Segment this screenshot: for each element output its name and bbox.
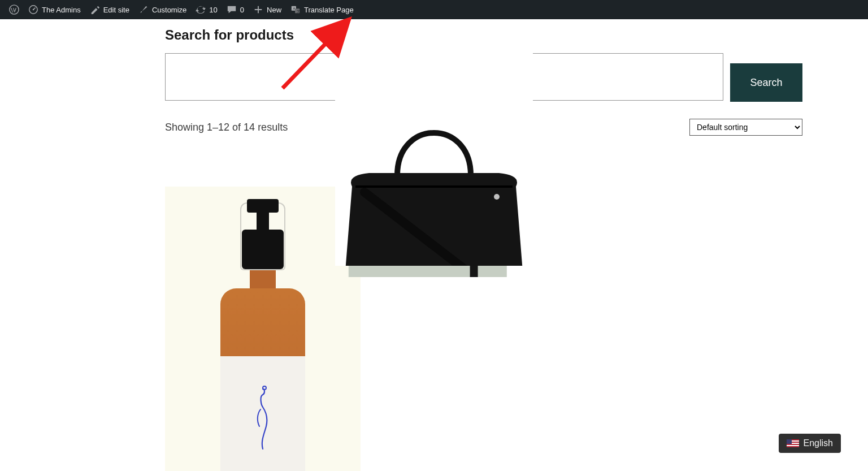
product-image <box>220 202 305 471</box>
search-button[interactable]: Search <box>730 63 802 102</box>
plus-icon <box>253 5 263 15</box>
customize-link[interactable]: Customize <box>134 0 191 19</box>
edit-site-link[interactable]: Edit site <box>85 0 134 19</box>
svg-text:文: 文 <box>297 9 300 13</box>
new-label: New <box>267 6 281 14</box>
main-content: Search for products Search Showing 1–12 … <box>165 19 802 471</box>
label-figure-icon <box>249 384 276 452</box>
svg-text:A: A <box>293 7 296 10</box>
search-heading: Search for products <box>165 27 802 43</box>
language-switcher[interactable]: English <box>779 434 841 453</box>
customize-label: Customize <box>152 6 186 14</box>
sort-select[interactable]: Default sorting <box>689 119 802 136</box>
comment-icon <box>227 5 237 15</box>
product-image: Calvin Klein <box>335 102 533 266</box>
site-name-link[interactable]: The Admins <box>24 0 85 19</box>
translate-icon: A文 <box>290 5 301 15</box>
product-card[interactable]: Calvin Klein <box>335 51 533 266</box>
dashboard-icon <box>28 5 38 15</box>
svg-point-2 <box>33 9 34 11</box>
wp-admin-bar: The Admins Edit site Customize 10 0 New … <box>0 0 868 19</box>
edit-site-label: Edit site <box>103 6 129 14</box>
wp-logo[interactable] <box>5 0 24 19</box>
product-grid: Calvin Klein <box>165 187 802 471</box>
updates-link[interactable]: 10 <box>191 0 222 19</box>
svg-point-8 <box>263 386 266 390</box>
svg-rect-16 <box>787 445 799 446</box>
svg-rect-17 <box>787 439 792 444</box>
comments-link[interactable]: 0 <box>222 0 249 19</box>
wordpress-icon <box>9 5 19 15</box>
svg-text:Calvin Klein: Calvin Klein <box>416 265 452 266</box>
translate-page-link[interactable]: A文 Translate Page <box>286 0 358 19</box>
updates-count: 10 <box>209 6 217 14</box>
new-content-link[interactable]: New <box>249 0 286 19</box>
brush-icon <box>138 5 149 15</box>
translate-label: Translate Page <box>304 6 354 14</box>
svg-point-10 <box>494 194 500 200</box>
site-name-label: The Admins <box>42 6 81 14</box>
pencil-ruler-icon <box>90 5 100 15</box>
results-count-text: Showing 1–12 of 14 results <box>165 122 288 133</box>
language-label: English <box>804 438 833 448</box>
product-card[interactable] <box>165 187 361 471</box>
refresh-icon <box>196 5 206 15</box>
comments-count: 0 <box>240 6 244 14</box>
flag-us-icon <box>787 439 799 447</box>
